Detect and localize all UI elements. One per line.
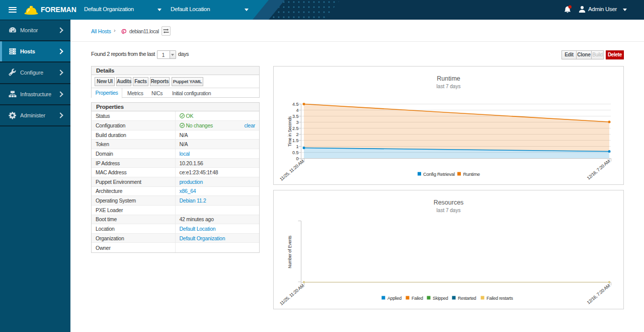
svg-text:4: 4 (296, 108, 298, 113)
svg-text:Applied: Applied (387, 296, 401, 301)
svg-text:Config Retrieval: Config Retrieval (423, 171, 455, 177)
svg-text:Restarted: Restarted (458, 296, 476, 301)
svg-text:Runtime: Runtime (463, 171, 480, 177)
svg-text:Failed: Failed (412, 296, 423, 301)
svg-text:3: 3 (296, 120, 298, 125)
svg-text:Time in Seconds: Time in Seconds (287, 116, 292, 147)
svg-text:11/25, 11:20 AM: 11/25, 11:20 AM (279, 159, 305, 182)
svg-text:11/25, 11:20 AM: 11/25, 11:20 AM (279, 283, 305, 306)
svg-text:4.5: 4.5 (292, 102, 299, 107)
svg-text:3.5: 3.5 (292, 114, 299, 119)
svg-text:1: 1 (296, 144, 298, 149)
svg-text:0: 0 (296, 156, 298, 161)
svg-text:12/16, 7:20 AM: 12/16, 7:20 AM (586, 159, 611, 181)
svg-text:Skipped: Skipped (433, 296, 448, 301)
svg-text:1.5: 1.5 (292, 138, 299, 143)
svg-text:12/16, 7:20 AM: 12/16, 7:20 AM (586, 283, 611, 305)
svg-text:Failed restarts: Failed restarts (487, 296, 513, 301)
svg-text:2: 2 (296, 132, 298, 137)
svg-text:Number of Events: Number of Events (287, 236, 292, 269)
svg-text:2.5: 2.5 (292, 126, 299, 131)
svg-text:0.5: 0.5 (292, 150, 299, 155)
